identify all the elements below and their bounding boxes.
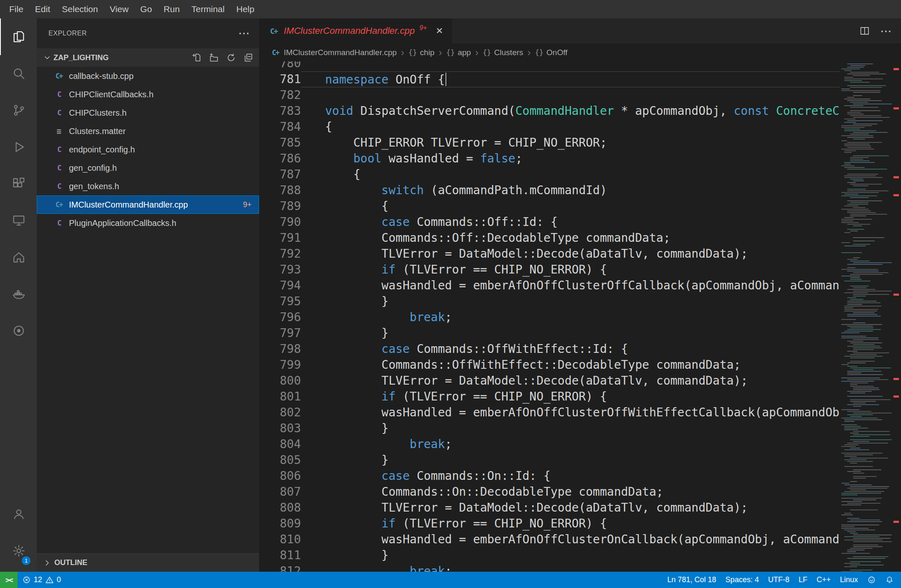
activity-item-settings-gear[interactable]: 1: [0, 532, 37, 569]
code-line-797[interactable]: 797 }: [259, 325, 840, 341]
code-line-809[interactable]: 809 if (TLVError == CHIP_NO_ERROR) {: [259, 516, 840, 532]
line-number[interactable]: 805: [259, 452, 301, 468]
folder-section-header[interactable]: ZAP_LIGHTING: [37, 48, 259, 67]
activity-item-accounts[interactable]: [0, 496, 37, 532]
code-line-810[interactable]: 810 wasHandled = emberAfOnOffClusterOnCa…: [259, 532, 840, 547]
menu-item-terminal[interactable]: Terminal: [186, 0, 230, 18]
code-line-811[interactable]: 811 }: [259, 547, 840, 563]
line-number[interactable]: 809: [259, 516, 301, 532]
tab-imclustercommandhandler-cpp[interactable]: C+ IMClusterCommandHandler.cpp 9+ ✕: [259, 18, 452, 43]
code-line-780[interactable]: 780: [259, 61, 840, 71]
code-line-784[interactable]: 784{: [259, 119, 840, 135]
activity-item-docker[interactable]: [0, 276, 37, 312]
line-number[interactable]: 798: [259, 341, 301, 357]
problems-status[interactable]: 12 0: [18, 572, 66, 588]
line-number[interactable]: 784: [259, 119, 301, 135]
code-line-788[interactable]: 788 switch (aCommandPath.mCommandId): [259, 182, 840, 198]
notifications-button[interactable]: [881, 572, 898, 588]
menu-item-view[interactable]: View: [104, 0, 134, 18]
code-line-803[interactable]: 803 }: [259, 421, 840, 436]
activity-item-source-control[interactable]: [0, 92, 37, 129]
line-number[interactable]: 812: [259, 563, 301, 572]
line-number[interactable]: 793: [259, 262, 301, 278]
feedback-button[interactable]: [863, 572, 881, 588]
code-line-792[interactable]: 792 TLVError = DataModel::Decode(aDataTl…: [259, 246, 840, 262]
code-area[interactable]: 780781namespace OnOff {782783void Dispat…: [259, 61, 840, 572]
line-number[interactable]: 797: [259, 325, 301, 341]
code-line-785[interactable]: 785 CHIP_ERROR TLVError = CHIP_NO_ERROR;: [259, 135, 840, 151]
file-item-clusters.matter[interactable]: ≡Clusters.matter: [37, 122, 259, 140]
file-item-chipclusters.h[interactable]: CCHIPClusters.h: [37, 104, 259, 122]
close-icon[interactable]: ✕: [436, 26, 443, 36]
code-line-812[interactable]: 812 break;: [259, 563, 840, 572]
menu-item-file[interactable]: File: [3, 0, 29, 18]
code-line-786[interactable]: 786 bool wasHandled = false;: [259, 151, 840, 167]
line-number[interactable]: 806: [259, 468, 301, 484]
encoding-status[interactable]: UTF-8: [764, 572, 794, 588]
code-line-808[interactable]: 808 TLVError = DataModel::Decode(aDataTl…: [259, 500, 840, 516]
code-line-790[interactable]: 790 case Commands::Off::Id: {: [259, 214, 840, 230]
overview-ruler[interactable]: [892, 61, 901, 572]
editor[interactable]: 780781namespace OnOff {782783void Dispat…: [259, 61, 901, 572]
line-number[interactable]: 801: [259, 389, 301, 405]
menu-item-go[interactable]: Go: [135, 0, 158, 18]
menu-item-selection[interactable]: Selection: [56, 0, 104, 18]
breadcrumb-onoff[interactable]: {}OnOff: [535, 48, 568, 57]
indentation-status[interactable]: Spaces: 4: [721, 572, 764, 588]
code-line-796[interactable]: 796 break;: [259, 309, 840, 325]
line-number[interactable]: 794: [259, 278, 301, 294]
line-number[interactable]: 799: [259, 357, 301, 373]
language-mode[interactable]: C++: [812, 572, 835, 588]
outline-section-header[interactable]: OUTLINE: [37, 553, 259, 572]
code-line-800[interactable]: 800 TLVError = DataModel::Decode(aDataTl…: [259, 373, 840, 389]
line-number[interactable]: 792: [259, 246, 301, 262]
activity-item-extensions[interactable]: [0, 165, 37, 202]
file-item-callback-stub.cpp[interactable]: C+callback-stub.cpp: [37, 67, 259, 85]
breadcrumb-clusters[interactable]: {}Clusters: [483, 48, 523, 57]
new-file-icon[interactable]: [192, 53, 202, 63]
line-number[interactable]: 785: [259, 135, 301, 151]
activity-item-remote-explorer[interactable]: [0, 202, 37, 239]
more-actions-icon[interactable]: ⋯: [238, 29, 250, 38]
file-item-gen_tokens.h[interactable]: Cgen_tokens.h: [37, 177, 259, 195]
code-line-795[interactable]: 795 }: [259, 294, 840, 309]
line-number[interactable]: 803: [259, 421, 301, 436]
menu-item-help[interactable]: Help: [230, 0, 260, 18]
line-number[interactable]: 808: [259, 500, 301, 516]
line-number[interactable]: 800: [259, 373, 301, 389]
code-line-805[interactable]: 805 }: [259, 452, 840, 468]
collapse-all-icon[interactable]: [243, 53, 253, 63]
line-number[interactable]: 783: [259, 103, 301, 119]
line-number[interactable]: 780: [259, 61, 301, 71]
code-line-804[interactable]: 804 break;: [259, 436, 840, 452]
code-line-791[interactable]: 791 Commands::Off::DecodableType command…: [259, 230, 840, 246]
code-line-799[interactable]: 799 Commands::OffWithEffect::DecodableTy…: [259, 357, 840, 373]
activity-item-home[interactable]: [0, 239, 37, 276]
line-number[interactable]: 787: [259, 167, 301, 182]
code-line-781[interactable]: 781namespace OnOff {: [259, 71, 840, 87]
line-number[interactable]: 782: [259, 87, 301, 103]
code-line-793[interactable]: 793 if (TLVError == CHIP_NO_ERROR) {: [259, 262, 840, 278]
more-actions-icon[interactable]: ⋯: [880, 24, 892, 38]
file-item-endpoint_config.h[interactable]: Cendpoint_config.h: [37, 140, 259, 159]
code-line-787[interactable]: 787 {: [259, 167, 840, 182]
line-number[interactable]: 804: [259, 436, 301, 452]
line-number[interactable]: 786: [259, 151, 301, 167]
menu-item-run[interactable]: Run: [158, 0, 186, 18]
activity-item-files[interactable]: [0, 18, 37, 55]
eol-status[interactable]: LF: [794, 572, 812, 588]
activity-item-circle-dot[interactable]: [0, 312, 37, 349]
menu-item-edit[interactable]: Edit: [29, 0, 56, 18]
code-line-806[interactable]: 806 case Commands::On::Id: {: [259, 468, 840, 484]
file-item-gen_config.h[interactable]: Cgen_config.h: [37, 159, 259, 177]
code-line-798[interactable]: 798 case Commands::OffWithEffect::Id: {: [259, 341, 840, 357]
file-item-imclustercommandhandler.cpp[interactable]: C+IMClusterCommandHandler.cpp9+: [37, 195, 259, 214]
code-line-789[interactable]: 789 {: [259, 198, 840, 214]
breadcrumb-chip[interactable]: {}chip: [408, 48, 434, 57]
line-number[interactable]: 790: [259, 214, 301, 230]
line-number[interactable]: 791: [259, 230, 301, 246]
new-folder-icon[interactable]: [209, 53, 219, 63]
line-number[interactable]: 810: [259, 532, 301, 547]
code-line-782[interactable]: 782: [259, 87, 840, 103]
line-number[interactable]: 796: [259, 309, 301, 325]
